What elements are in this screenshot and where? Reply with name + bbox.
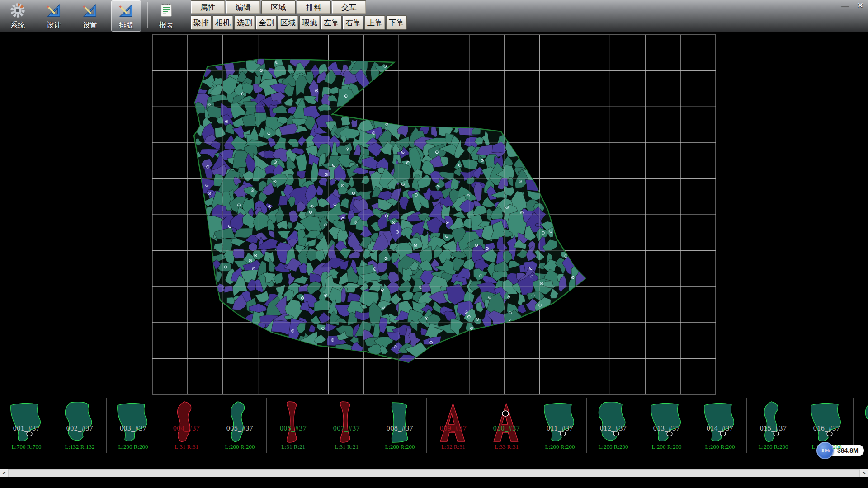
horizontal-scrollbar[interactable]: < > (0, 469, 868, 477)
thumbnail-cell[interactable]: 006_#37L:31 R:21 (267, 398, 320, 453)
mode-nesting[interactable]: 排版 (111, 0, 141, 32)
thumbnail-cell[interactable]: 015_#37L:200 R:200 (747, 398, 800, 453)
thumbnail-name: 008_#37 (373, 424, 426, 432)
piece-thumbnail-shape (484, 399, 529, 446)
tool-align-left[interactable]: 左靠 (321, 15, 342, 30)
mode-system[interactable]: 系统 (3, 0, 33, 32)
piece-thumbnail-shape (750, 399, 796, 446)
menu-tab-row: 属性 编辑 区域 排料 交互 (191, 0, 366, 14)
thumbnail-meta: L:132 R:132 (53, 443, 106, 450)
thumbnail-name: 014_#37 (693, 424, 746, 432)
tool-defect[interactable]: 瑕疵 (299, 15, 320, 30)
thumbnail-name: 006_#37 (267, 424, 320, 432)
minimize-button[interactable]: — (841, 1, 849, 10)
thumbnail-name: 013_#37 (640, 424, 693, 432)
thumbnail-name: 004_#37 (160, 424, 213, 432)
tool-region[interactable]: 区域 (278, 15, 298, 30)
thumbnail-meta: L:200 R:200 (587, 443, 640, 450)
piece-thumbnail-shape (537, 399, 582, 446)
mode-report-label: 报表 (159, 21, 174, 30)
mode-design[interactable]: 设计 (39, 0, 69, 32)
mode-system-label: 系统 (10, 21, 25, 30)
design-icon (45, 2, 62, 21)
piece-thumbnail-shape (804, 399, 849, 446)
thumbnail-name: 012_#37 (587, 424, 640, 432)
thumbnail-meta: L:32 R:31 (427, 443, 480, 450)
thumbnail-meta: L:33 R:31 (480, 443, 533, 450)
scroll-right-arrow[interactable]: > (860, 469, 868, 477)
app-mode-bar: 系统 设计 (3, 0, 188, 31)
tool-align-top[interactable]: 上靠 (364, 15, 385, 30)
thumbnail-cell[interactable]: 013_#37L:200 R:200 (640, 398, 693, 453)
thumbnail-cell[interactable]: 001_#37L:700 R:700 (0, 398, 53, 453)
scrollbar-thumb[interactable] (8, 469, 860, 477)
thumbnail-cell[interactable]: 014_#37L:200 R:200 (693, 398, 747, 453)
gear-icon (9, 2, 26, 21)
mode-settings-label: 设置 (83, 21, 97, 30)
thumbnail-name: 007_#37 (320, 424, 373, 432)
thumbnail-cell[interactable]: 009_#37L:32 R:31 (427, 398, 480, 453)
thumbnail-meta: L:200 R:200 (213, 443, 266, 450)
piece-thumbnail-shape (110, 399, 156, 446)
thumbnail-name: 016_#37 (800, 424, 853, 432)
tool-align-right[interactable]: 右靠 (343, 15, 363, 30)
thumbnail-name: 009_#37 (427, 424, 480, 432)
progress-circle: 38% (816, 442, 834, 459)
thumbnail-cell[interactable]: 011_#37L:200 R:200 (533, 398, 587, 453)
thumbnail-meta: L:200 R:200 (693, 443, 746, 450)
thumbnail-name: 003_#37 (107, 424, 160, 432)
menu-tab-nest[interactable]: 排料 (297, 0, 331, 14)
mode-design-label: 设计 (47, 21, 61, 30)
tool-button-row: 聚排 相机 选割 全割 区域 瑕疵 左靠 右靠 上靠 下靠 (191, 15, 407, 30)
report-icon (158, 2, 175, 21)
mode-settings[interactable]: 设置 (75, 0, 105, 32)
piece-thumbnail-shape (164, 399, 209, 446)
window-controls: — ✕ (841, 1, 863, 10)
thumbnail-name: 015_#37 (747, 424, 800, 432)
mode-report[interactable]: 报表 (151, 0, 181, 32)
thumbnail-name: 011_#37 (533, 424, 586, 432)
menu-tab-properties[interactable]: 属性 (191, 0, 225, 14)
tool-select-cut[interactable]: 选割 (234, 15, 255, 30)
thumbnail-cell[interactable]: 002_#37L:132 R:132 (53, 398, 107, 453)
thumbnail-cell[interactable]: 003_#37L:200 R:200 (107, 398, 160, 453)
piece-thumbnail-shape (644, 399, 689, 446)
menu-tab-interact[interactable]: 交互 (332, 0, 366, 14)
tool-align-bottom[interactable]: 下靠 (386, 15, 407, 30)
thumbnail-meta: L:200 R:200 (640, 443, 693, 450)
tool-cut-all[interactable]: 全割 (256, 15, 277, 30)
nesting-icon (118, 2, 135, 21)
thumbnail-cell[interactable]: 005_#37L:200 R:200 (213, 398, 267, 453)
scroll-left-arrow[interactable]: < (0, 469, 8, 477)
close-button[interactable]: ✕ (857, 1, 863, 10)
thumbnail-cell[interactable]: 008_#37L:200 R:200 (373, 398, 427, 453)
piece-thumbnail-shape (697, 399, 742, 446)
settings-icon (81, 2, 99, 21)
thumbnail-meta: L:200 R:200 (373, 443, 426, 450)
piece-thumbnail-shape (270, 399, 316, 446)
main-toolbar: 系统 设计 (0, 0, 868, 32)
toolbar-divider (147, 2, 148, 28)
thumbnail-cell[interactable]: 012_#37L:200 R:200 (587, 398, 640, 453)
menu-tab-region[interactable]: 区域 (261, 0, 296, 14)
piece-thumbnail-shape (217, 399, 262, 446)
nesting-canvas[interactable] (0, 32, 868, 398)
nesting-canvas-svg (0, 32, 868, 398)
thumbnail-cell[interactable]: 004_#37L:31 R:31 (160, 398, 213, 453)
thumbnail-meta: L:700 R:700 (0, 443, 53, 450)
thumbnail-meta: L:31 R:31 (160, 443, 213, 450)
piece-thumbnail-shape (590, 399, 636, 446)
thumbnail-meta: L:31 R:21 (320, 443, 373, 450)
piece-thumbnail-shape (324, 399, 369, 446)
tool-camera[interactable]: 相机 (212, 15, 233, 30)
tool-cluster-nest[interactable]: 聚排 (191, 15, 212, 30)
thumbnail-name: 001_#37 (0, 424, 53, 432)
menu-tab-edit[interactable]: 编辑 (226, 0, 260, 14)
thumbnail-cell[interactable]: 007_#37L:31 R:21 (320, 398, 373, 453)
thumbnail-meta: L:31 R:21 (267, 443, 320, 450)
thumbnail-meta: L:200 R:200 (747, 443, 800, 450)
piece-thumbnail-shape (57, 399, 102, 446)
piece-thumbnail-shape (4, 399, 49, 446)
thumbnail-cell[interactable]: 010_#37L:33 R:31 (480, 398, 533, 453)
piece-thumbnail-shape (430, 399, 476, 446)
